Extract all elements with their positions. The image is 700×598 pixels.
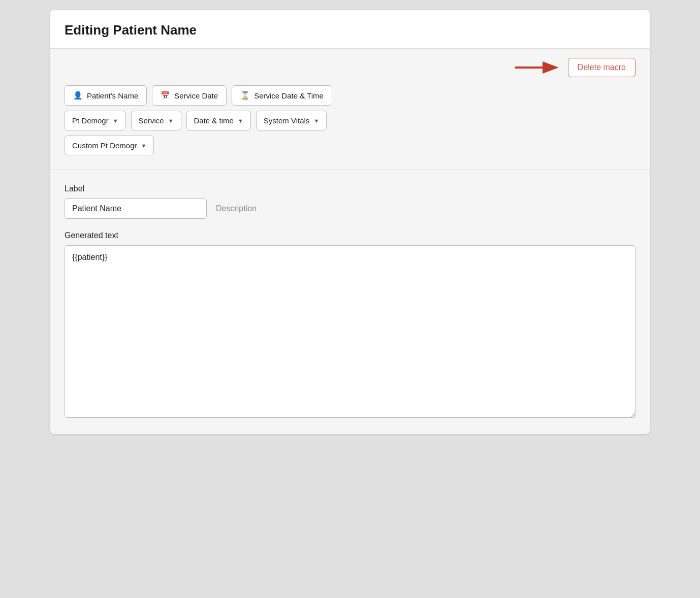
pt-demogr-dropdown[interactable]: Pt Demogr ▼ <box>65 111 126 130</box>
person-icon: 👤 <box>73 91 83 100</box>
service-date-button[interactable]: 📅 Service Date <box>152 85 227 106</box>
arrow-icon <box>515 60 561 75</box>
custom-pt-demogr-label: Custom Pt Demogr <box>72 141 137 150</box>
calendar-icon: 📅 <box>161 91 170 100</box>
label-row: Description <box>65 198 635 219</box>
toolbar-top-row: Delete macro <box>65 58 635 77</box>
dropdown-buttons-row: Pt Demogr ▼ Service ▼ Date & time ▼ Syst… <box>65 111 635 130</box>
page-title: Editing Patient Name <box>65 22 635 38</box>
date-time-arrow-icon: ▼ <box>238 118 243 124</box>
extra-dropdown-row: Custom Pt Demogr ▼ <box>65 136 635 155</box>
generated-text-section: Generated text {{patient}} <box>65 231 635 420</box>
date-time-dropdown[interactable]: Date & time ▼ <box>186 111 251 130</box>
label-input[interactable] <box>65 198 207 219</box>
delete-macro-button[interactable]: Delete macro <box>568 58 635 77</box>
card-toolbar: Delete macro 👤 Patient's Name 📅 Service … <box>50 49 650 170</box>
service-date-time-button[interactable]: ⌛ Service Date & Time <box>232 85 332 106</box>
pt-demogr-arrow-icon: ▼ <box>113 118 118 124</box>
service-date-label: Service Date <box>174 91 218 100</box>
card-body: Label Description Generated text {{patie… <box>50 170 650 434</box>
generated-text-label: Generated text <box>65 231 635 240</box>
custom-pt-demogr-arrow-icon: ▼ <box>141 143 147 149</box>
label-section: Label Description <box>65 184 635 219</box>
editing-card: Editing Patient Name Delete macro <box>50 10 650 434</box>
pt-demogr-label: Pt Demogr <box>72 116 109 125</box>
system-vitals-label: System Vitals <box>264 116 310 125</box>
macro-buttons-row: 👤 Patient's Name 📅 Service Date ⌛ Servic… <box>65 85 635 106</box>
system-vitals-arrow-icon: ▼ <box>313 118 319 124</box>
patients-name-button[interactable]: 👤 Patient's Name <box>65 85 147 106</box>
card-header: Editing Patient Name <box>50 10 650 49</box>
label-section-title: Label <box>65 184 635 193</box>
service-date-time-label: Service Date & Time <box>254 91 324 100</box>
description-link[interactable]: Description <box>216 204 257 213</box>
custom-pt-demogr-dropdown[interactable]: Custom Pt Demogr ▼ <box>65 136 154 155</box>
service-arrow-icon: ▼ <box>168 118 174 124</box>
arrow-container: Delete macro <box>515 58 635 77</box>
patients-name-label: Patient's Name <box>87 91 138 100</box>
date-time-label: Date & time <box>194 116 234 125</box>
generated-text-input[interactable]: {{patient}} <box>65 245 635 418</box>
service-label: Service <box>139 116 164 125</box>
service-dropdown[interactable]: Service ▼ <box>131 111 181 130</box>
system-vitals-dropdown[interactable]: System Vitals ▼ <box>256 111 327 130</box>
clock-icon: ⌛ <box>240 91 250 100</box>
